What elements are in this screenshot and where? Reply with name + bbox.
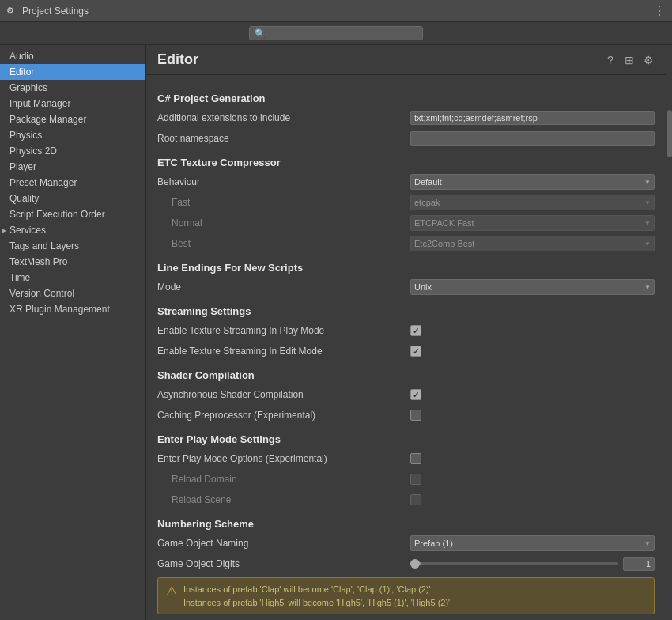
game-object-digits-label: Game Object Digits <box>157 558 410 569</box>
section-csharp-title: C# Project Generation <box>157 93 655 104</box>
sidebar-item-graphics[interactable]: Graphics <box>0 80 145 96</box>
search-input[interactable] <box>249 26 423 40</box>
best-value: Etc2Comp Best ▼ <box>410 236 655 251</box>
root-namespace-input[interactable] <box>410 131 655 146</box>
section-playmode-title: Enter Play Mode Settings <box>157 433 655 445</box>
content-area: Editor ? ⊞ ⚙ C# Project Generation Addit… <box>146 45 666 620</box>
section-etc-title: ETC Texture Compressor <box>157 157 655 168</box>
root-namespace-row: Root namespace <box>157 130 655 147</box>
fast-value: etcpak ▼ <box>410 195 655 210</box>
async-shader-label: Asynchronous Shader Compilation <box>157 389 410 400</box>
sidebar-item-time[interactable]: Time <box>0 270 145 285</box>
caching-preprocessor-row: Caching Preprocessor (Experimental) <box>157 406 655 424</box>
sidebar-item-editor[interactable]: Editor <box>0 64 145 80</box>
fast-row: Fast etcpak ▼ <box>157 194 655 211</box>
normal-value: ETCPACK Fast ▼ <box>410 215 655 231</box>
game-object-naming-value: Prefab (1) ▼ <box>410 535 655 551</box>
game-object-digits-value: 1 <box>410 557 655 571</box>
sidebar-item-player[interactable]: Player <box>0 159 145 175</box>
game-object-naming-label: Game Object Naming <box>157 538 410 549</box>
fast-dropdown-arrow: ▼ <box>644 199 651 206</box>
sidebar-item-tags-and-layers[interactable]: Tags and Layers <box>0 238 145 254</box>
best-dropdown[interactable]: Etc2Comp Best ▼ <box>410 236 655 251</box>
reload-domain-label: Reload Domain <box>157 474 410 485</box>
enter-play-mode-options-checkbox[interactable] <box>410 453 421 464</box>
search-bar <box>0 22 672 45</box>
root-namespace-value <box>410 131 655 146</box>
right-scrollbar[interactable] <box>666 45 672 620</box>
reload-domain-checkbox[interactable] <box>410 474 421 485</box>
enable-edit-mode-value <box>410 346 655 357</box>
settings-icon: ⚙ <box>6 6 17 17</box>
game-object-naming-dropdown-arrow: ▼ <box>644 540 651 547</box>
behaviour-label: Behaviour <box>157 176 410 187</box>
game-object-naming-dropdown[interactable]: Prefab (1) ▼ <box>410 535 655 551</box>
sidebar-item-preset-manager[interactable]: Preset Manager <box>0 175 145 191</box>
content-header: Editor ? ⊞ ⚙ <box>146 45 666 75</box>
reload-domain-row: Reload Domain <box>157 471 655 488</box>
gear-icon[interactable]: ⚙ <box>642 54 655 66</box>
title-bar-menu-button[interactable]: ⋮ <box>653 3 666 18</box>
sidebar-item-quality[interactable]: Quality <box>0 191 145 206</box>
normal-dropdown[interactable]: ETCPACK Fast ▼ <box>410 215 655 231</box>
additional-extensions-label: Additional extensions to include <box>157 112 410 123</box>
enable-play-mode-value <box>410 325 655 336</box>
sidebar-item-physics[interactable]: Physics <box>0 127 145 143</box>
caching-preprocessor-value <box>410 410 655 421</box>
layout-icon[interactable]: ⊞ <box>623 54 636 66</box>
sidebar-item-package-manager[interactable]: Package Manager <box>0 112 145 127</box>
section-lineendings-title: Line Endings For New Scripts <box>157 262 655 274</box>
async-shader-checkbox[interactable] <box>410 389 421 400</box>
sidebar-item-physics-2d[interactable]: Physics 2D <box>0 143 145 159</box>
warning-text: Instances of prefab 'Clap' will become '… <box>183 583 450 609</box>
enable-edit-mode-checkbox[interactable] <box>410 346 421 357</box>
reload-scene-checkbox[interactable] <box>410 494 421 505</box>
behaviour-dropdown[interactable]: Default ▼ <box>410 174 655 190</box>
behaviour-value: Default ▼ <box>410 174 655 190</box>
sidebar-item-audio[interactable]: Audio <box>0 48 145 64</box>
normal-row: Normal ETCPACK Fast ▼ <box>157 214 655 232</box>
mode-row: Mode Unix ▼ <box>157 278 655 296</box>
enter-play-mode-options-value <box>410 453 655 464</box>
reload-scene-label: Reload Scene <box>157 494 410 505</box>
sidebar: Audio Editor Graphics Input Manager Pack… <box>0 45 146 620</box>
main-layout: Audio Editor Graphics Input Manager Pack… <box>0 45 672 620</box>
sidebar-item-textmesh-pro[interactable]: TextMesh Pro <box>0 254 145 270</box>
root-namespace-label: Root namespace <box>157 133 410 144</box>
content-scroll[interactable]: C# Project Generation Additional extensi… <box>146 75 666 620</box>
reload-domain-value <box>410 474 655 485</box>
mode-dropdown[interactable]: Unix ▼ <box>410 279 655 295</box>
help-icon[interactable]: ? <box>604 54 617 66</box>
scrollbar-thumb[interactable] <box>667 110 672 157</box>
fast-dropdown[interactable]: etcpak ▼ <box>410 195 655 210</box>
sidebar-item-input-manager[interactable]: Input Manager <box>0 96 145 112</box>
reload-scene-row: Reload Scene <box>157 491 655 508</box>
enter-play-mode-options-label: Enter Play Mode Options (Experimental) <box>157 453 410 464</box>
additional-extensions-row: Additional extensions to include <box>157 109 655 127</box>
behaviour-row: Behaviour Default ▼ <box>157 173 655 191</box>
fast-label: Fast <box>157 197 410 208</box>
page-title: Editor <box>157 51 604 68</box>
digits-slider[interactable] <box>410 562 618 565</box>
enable-play-mode-checkbox[interactable] <box>410 325 421 336</box>
sidebar-item-services[interactable]: Services <box>0 222 145 238</box>
enable-play-mode-label: Enable Texture Streaming In Play Mode <box>157 325 410 336</box>
reload-scene-value <box>410 494 655 505</box>
warning-icon: ⚠ <box>166 584 177 599</box>
game-object-naming-row: Game Object Naming Prefab (1) ▼ <box>157 535 655 552</box>
additional-extensions-input[interactable] <box>410 111 655 125</box>
sidebar-item-xr-plugin[interactable]: XR Plugin Management <box>0 301 145 317</box>
caching-preprocessor-checkbox[interactable] <box>410 410 421 421</box>
enable-edit-mode-label: Enable Texture Streaming In Edit Mode <box>157 346 410 357</box>
sidebar-item-script-execution-order[interactable]: Script Execution Order <box>0 206 145 222</box>
warning-box: ⚠ Instances of prefab 'Clap' will become… <box>157 577 655 614</box>
sidebar-item-version-control[interactable]: Version Control <box>0 285 145 301</box>
mode-label: Mode <box>157 282 410 293</box>
game-object-digits-row: Game Object Digits 1 <box>157 555 655 573</box>
best-row: Best Etc2Comp Best ▼ <box>157 235 655 252</box>
best-dropdown-arrow: ▼ <box>644 240 651 248</box>
best-label: Best <box>157 238 410 249</box>
enable-edit-mode-row: Enable Texture Streaming In Edit Mode <box>157 342 655 360</box>
section-shader-title: Shader Compilation <box>157 369 655 381</box>
section-streaming-title: Streaming Settings <box>157 305 655 317</box>
